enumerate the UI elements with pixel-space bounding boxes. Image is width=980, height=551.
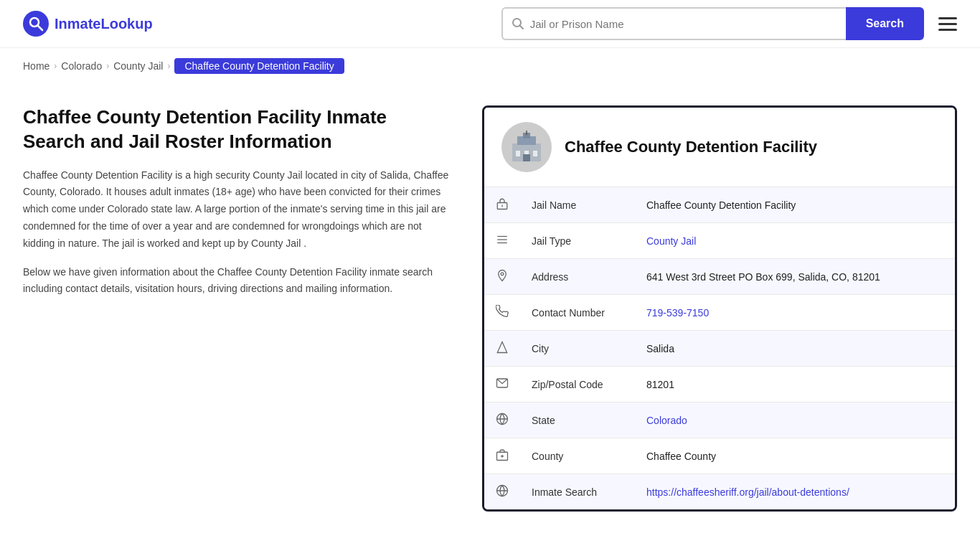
right-column: Chaffee County Detention Facility Jail N… bbox=[482, 105, 957, 512]
field-value-jail-name: Chaffee County Detention Facility bbox=[635, 187, 955, 223]
zip-icon bbox=[484, 367, 520, 402]
county-icon bbox=[484, 438, 520, 474]
search-input-wrap bbox=[501, 7, 846, 40]
search-icon bbox=[512, 17, 524, 30]
breadcrumb-type[interactable]: County Jail bbox=[113, 60, 163, 72]
table-row: Jail NameChaffee County Detention Facili… bbox=[484, 187, 955, 223]
table-row: Zip/Postal Code81201 bbox=[484, 367, 955, 402]
field-value-address: 641 West 3rd Street PO Box 699, Salida, … bbox=[635, 259, 955, 295]
inmate-icon bbox=[484, 474, 520, 510]
hamburger-line-1 bbox=[938, 17, 957, 19]
table-row: CitySalida bbox=[484, 331, 955, 367]
svg-point-17 bbox=[501, 273, 504, 276]
table-row: Jail TypeCounty Jail bbox=[484, 223, 955, 259]
logo[interactable]: InmateLookup bbox=[23, 11, 153, 37]
field-label-address: Address bbox=[520, 259, 635, 295]
table-row: StateColorado bbox=[484, 402, 955, 438]
table-row: Inmate Searchhttps://chaffeesheriff.org/… bbox=[484, 474, 955, 510]
svg-line-3 bbox=[519, 26, 523, 29]
svg-rect-7 bbox=[516, 151, 520, 156]
svg-marker-18 bbox=[497, 342, 507, 353]
field-label-jail-type: Jail Type bbox=[520, 223, 635, 259]
breadcrumb-state[interactable]: Colorado bbox=[61, 60, 102, 72]
search-button[interactable]: Search bbox=[846, 7, 924, 40]
facility-image bbox=[501, 122, 552, 172]
state-icon bbox=[484, 402, 520, 438]
field-value-contact-number[interactable]: 719-539-7150 bbox=[635, 295, 955, 331]
breadcrumb-sep-2: › bbox=[106, 61, 109, 71]
field-value-county: Chaffee County bbox=[635, 438, 955, 474]
city-icon bbox=[484, 331, 520, 367]
logo-icon bbox=[23, 11, 49, 37]
page-title: Chaffee County Detention Facility Inmate… bbox=[23, 105, 453, 154]
info-table: Jail NameChaffee County Detention Facili… bbox=[484, 187, 955, 509]
building-icon bbox=[509, 129, 545, 165]
search-input[interactable] bbox=[530, 18, 837, 30]
breadcrumb: Home › Colorado › County Jail › Chaffee … bbox=[0, 48, 980, 84]
main-content: Chaffee County Detention Facility Inmate… bbox=[0, 84, 980, 540]
table-row: Address641 West 3rd Street PO Box 699, S… bbox=[484, 259, 955, 295]
card-header: Chaffee County Detention Facility bbox=[484, 108, 955, 187]
field-value-zip/postal-code: 81201 bbox=[635, 367, 955, 402]
jail-icon bbox=[484, 187, 520, 223]
field-label-jail-name: Jail Name bbox=[520, 187, 635, 223]
hamburger-line-3 bbox=[938, 29, 957, 31]
hamburger-line-2 bbox=[938, 23, 957, 25]
field-label-contact-number: Contact Number bbox=[520, 295, 635, 331]
svg-rect-9 bbox=[533, 151, 537, 156]
phone-icon bbox=[484, 295, 520, 331]
page-desc-2: Below we have given information about th… bbox=[23, 264, 453, 298]
field-value-state[interactable]: Colorado bbox=[635, 402, 955, 438]
address-icon bbox=[484, 259, 520, 295]
header: InmateLookup Search bbox=[0, 0, 980, 48]
svg-line-1 bbox=[38, 26, 43, 31]
breadcrumb-sep-1: › bbox=[54, 61, 57, 71]
field-label-city: City bbox=[520, 331, 635, 367]
field-label-inmate-search: Inmate Search bbox=[520, 474, 635, 510]
logo-text: InmateLookup bbox=[55, 16, 153, 32]
page-desc-1: Chaffee County Detention Facility is a h… bbox=[23, 167, 453, 253]
field-label-state: State bbox=[520, 402, 635, 438]
field-value-city: Salida bbox=[635, 331, 955, 367]
table-row: Contact Number719-539-7150 bbox=[484, 295, 955, 331]
breadcrumb-home[interactable]: Home bbox=[23, 60, 50, 72]
table-row: CountyChaffee County bbox=[484, 438, 955, 474]
left-column: Chaffee County Detention Facility Inmate… bbox=[23, 105, 482, 512]
facility-card: Chaffee County Detention Facility Jail N… bbox=[482, 105, 957, 512]
field-value-jail-type[interactable]: County Jail bbox=[635, 223, 955, 259]
type-icon bbox=[484, 223, 520, 259]
field-label-zip/postal-code: Zip/Postal Code bbox=[520, 367, 635, 402]
svg-rect-10 bbox=[523, 154, 530, 161]
field-label-county: County bbox=[520, 438, 635, 474]
menu-button[interactable] bbox=[938, 17, 957, 31]
breadcrumb-current: Chaffee County Detention Facility bbox=[174, 58, 344, 74]
field-value-inmate-search[interactable]: https://chaffeesheriff.org/jail/about-de… bbox=[635, 474, 955, 510]
search-area: Search bbox=[501, 7, 957, 40]
facility-title: Chaffee County Detention Facility bbox=[565, 138, 817, 156]
breadcrumb-sep-3: › bbox=[167, 61, 170, 71]
